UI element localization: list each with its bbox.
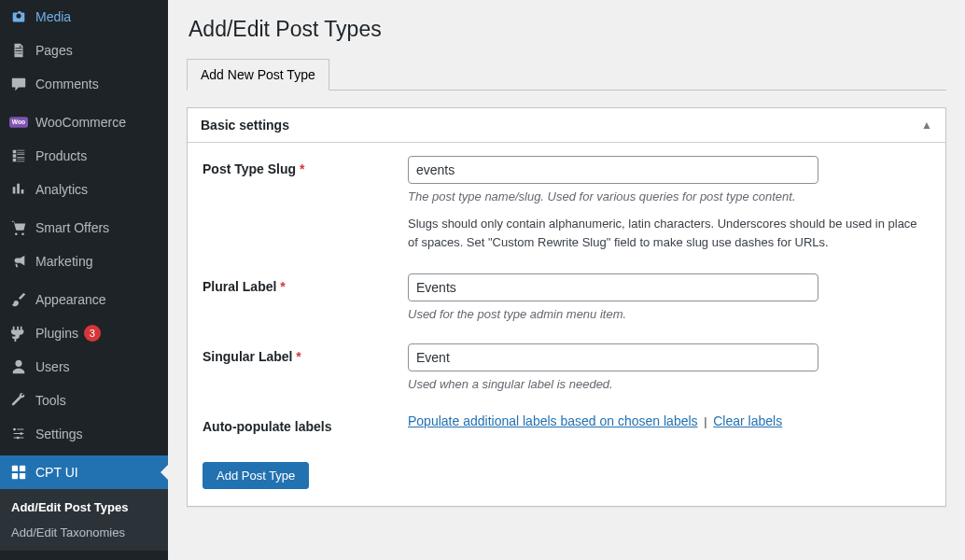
tab-add-new-post-type[interactable]: Add New Post Type bbox=[187, 59, 329, 91]
svg-point-2 bbox=[13, 428, 16, 431]
wrench-icon bbox=[9, 391, 28, 410]
link-clear-labels[interactable]: Clear labels bbox=[713, 413, 782, 428]
plugin-icon bbox=[9, 324, 28, 343]
svg-rect-7 bbox=[12, 473, 18, 479]
update-badge: 3 bbox=[84, 325, 101, 342]
sidebar-item-smart-offers[interactable]: Smart Offers bbox=[0, 211, 168, 245]
sidebar-item-label: Users bbox=[35, 359, 70, 374]
comments-icon bbox=[9, 75, 28, 93]
sidebar-item-label: Media bbox=[35, 9, 71, 24]
svg-text:Woo: Woo bbox=[12, 119, 25, 126]
sidebar-item-products[interactable]: Products bbox=[0, 139, 168, 173]
desc-plural: Used for the post type admin menu item. bbox=[408, 307, 930, 321]
input-singular-label[interactable] bbox=[408, 343, 818, 371]
sidebar-item-media[interactable]: Media bbox=[0, 0, 168, 34]
sidebar-item-marketing[interactable]: Marketing bbox=[0, 245, 168, 278]
link-populate-labels[interactable]: Populate additional labels based on chos… bbox=[408, 413, 698, 428]
sidebar-item-cpt-ui[interactable]: CPT UI bbox=[0, 455, 168, 489]
cptui-icon bbox=[9, 463, 28, 482]
page-title: Add/Edit Post Types bbox=[189, 17, 946, 42]
submenu-add-edit-post-types[interactable]: Add/Edit Post Types bbox=[0, 495, 168, 520]
svg-point-3 bbox=[20, 432, 22, 435]
cptui-submenu: Add/Edit Post Types Add/Edit Taxonomies bbox=[0, 489, 168, 551]
row-singular-label: Singular Label * Used when a singular la… bbox=[203, 343, 930, 391]
sidebar-item-label: CPT UI bbox=[35, 465, 78, 480]
desc-post-type-slug: The post type name/slug. Used for variou… bbox=[408, 189, 930, 203]
sidebar-item-label: WooCommerce bbox=[35, 115, 126, 130]
section-title: Basic settings bbox=[201, 118, 289, 133]
input-plural-label[interactable] bbox=[408, 273, 818, 301]
svg-rect-6 bbox=[20, 466, 25, 471]
sidebar-item-settings[interactable]: Settings bbox=[0, 417, 168, 451]
sidebar-item-label: Marketing bbox=[35, 254, 92, 269]
products-icon bbox=[9, 147, 28, 165]
media-icon bbox=[9, 7, 28, 26]
sidebar-item-label: Settings bbox=[35, 427, 83, 441]
label-auto-populate: Auto-populate labels bbox=[203, 413, 408, 434]
label-plural: Plural Label * bbox=[203, 273, 408, 294]
sidebar-item-comments[interactable]: Comments bbox=[0, 67, 168, 101]
sidebar-item-label: Pages bbox=[35, 43, 73, 58]
sidebar-item-woocommerce[interactable]: WooWooCommerce bbox=[0, 105, 168, 139]
sidebar-item-label: Comments bbox=[35, 77, 99, 91]
sidebar-item-appearance[interactable]: Appearance bbox=[0, 283, 168, 316]
cart-icon bbox=[9, 218, 28, 237]
sidebar-item-tools[interactable]: Tools bbox=[0, 384, 168, 417]
sidebar-item-pages[interactable]: Pages bbox=[0, 34, 168, 67]
brush-icon bbox=[9, 290, 28, 309]
pages-icon bbox=[9, 41, 28, 60]
svg-rect-5 bbox=[12, 466, 18, 471]
sidebar-item-label: Appearance bbox=[35, 292, 106, 307]
sidebar-item-label: Smart Offers bbox=[35, 220, 109, 235]
row-auto-populate: Auto-populate labels Populate additional… bbox=[203, 413, 930, 434]
basic-settings-box: Basic settings ▲ Post Type Slug * The po… bbox=[187, 107, 946, 507]
tab-bar: Add New Post Type bbox=[187, 59, 946, 91]
admin-sidebar: MediaPagesCommentsWooWooCommerceProducts… bbox=[0, 0, 168, 560]
svg-point-4 bbox=[17, 437, 20, 440]
sidebar-item-label: Tools bbox=[35, 393, 66, 408]
sidebar-item-analytics[interactable]: Analytics bbox=[0, 173, 168, 206]
analytics-icon bbox=[9, 180, 28, 199]
main-content: Add/Edit Post Types Add New Post Type Ba… bbox=[168, 0, 965, 560]
sidebar-item-users[interactable]: Users bbox=[0, 350, 168, 384]
label-singular: Singular Label * bbox=[203, 343, 408, 364]
input-post-type-slug[interactable] bbox=[408, 156, 818, 184]
add-post-type-button[interactable]: Add Post Type bbox=[203, 462, 309, 489]
collapse-icon: ▲ bbox=[921, 119, 932, 132]
users-icon bbox=[9, 357, 28, 376]
sidebar-item-label: Plugins bbox=[35, 326, 78, 341]
label-post-type-slug: Post Type Slug * bbox=[203, 156, 408, 176]
desc-singular: Used when a singular label is needed. bbox=[408, 377, 930, 391]
svg-rect-8 bbox=[20, 473, 25, 479]
woo-icon: Woo bbox=[9, 113, 28, 132]
submenu-add-edit-taxonomies[interactable]: Add/Edit Taxonomies bbox=[0, 520, 168, 545]
sidebar-item-plugins[interactable]: Plugins3 bbox=[0, 316, 168, 350]
sidebar-item-label: Analytics bbox=[35, 182, 88, 197]
settings-icon bbox=[9, 425, 28, 443]
basic-settings-body: Post Type Slug * The post type name/slug… bbox=[188, 143, 945, 506]
desc-slug-extra: Slugs should only contain alphanumeric, … bbox=[408, 215, 930, 251]
row-plural-label: Plural Label * Used for the post type ad… bbox=[203, 273, 930, 321]
row-post-type-slug: Post Type Slug * The post type name/slug… bbox=[203, 156, 930, 251]
megaphone-icon bbox=[9, 252, 28, 271]
basic-settings-toggle[interactable]: Basic settings ▲ bbox=[188, 108, 945, 143]
sidebar-item-label: Products bbox=[35, 148, 87, 163]
